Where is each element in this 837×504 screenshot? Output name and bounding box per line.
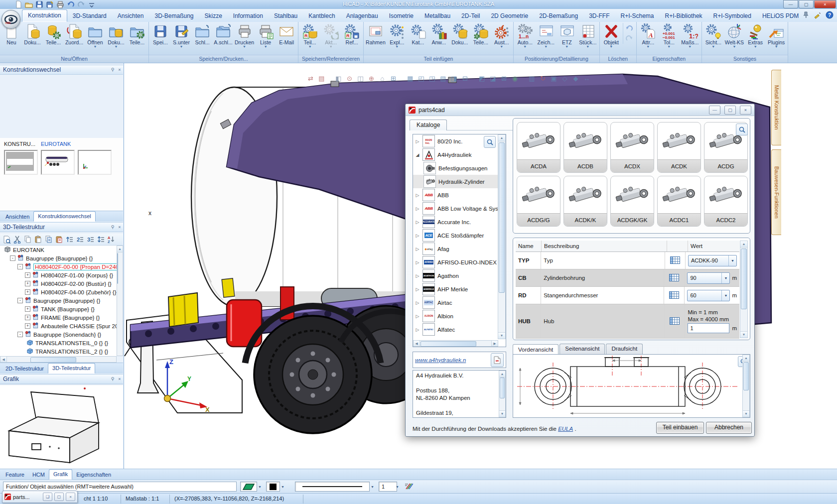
tree-node-h080402f-01-00-korpus[interactable]: +H080402F-01-00 {Korpus} {} <box>0 271 117 279</box>
tree-node-translationsteil-2[interactable]: TRANSLATIONSTEIL_2 {} {} <box>0 347 117 356</box>
plugins-button[interactable]: Plugins▼ <box>766 23 787 49</box>
catalog-item-hydraulik-zylinder[interactable]: Hydraulik-Zylinder <box>413 175 498 188</box>
ma-s-button[interactable]: 1:?Maßs...▼ <box>680 23 700 49</box>
ribbon-tab-3d-bema-ung[interactable]: 3D-Bemaßung <box>149 10 199 22</box>
paste-ref-icon[interactable] <box>54 235 64 244</box>
application-menu-button[interactable]: ISD <box>1 10 20 29</box>
tree-vertical-scrollbar[interactable]: ▲ <box>117 246 123 356</box>
pin-icon[interactable]: ⚲ <box>109 67 116 72</box>
sicht-button[interactable]: Sicht...▼ <box>703 23 724 49</box>
insert-part-button[interactable]: Teil einbauen <box>656 422 704 434</box>
tree-node-frame-baugruppe[interactable]: +FRAME {Baugruppe} {} <box>0 313 117 322</box>
active-color-swatch[interactable] <box>240 482 257 492</box>
maximize-icon[interactable]: ▢ <box>54 493 64 501</box>
layers-icon[interactable] <box>405 482 413 492</box>
add-view-icon[interactable]: ⊕ <box>367 74 376 83</box>
part-card-acdc1[interactable]: ACDC1 <box>657 176 701 227</box>
target-icon[interactable]: ⊙ <box>345 74 354 83</box>
s-unter-button[interactable]: S.unter▼ <box>171 23 192 49</box>
ribbon-tab-2d-teil[interactable]: 2D-Teil <box>456 10 485 22</box>
clip-view-icon[interactable]: ◧ <box>334 74 343 83</box>
expand-icon[interactable]: ▷ <box>415 139 420 144</box>
close-icon[interactable]: × <box>66 493 75 501</box>
tree-node-tank-baugruppe[interactable]: +TANK {Baugruppe} {} <box>0 305 117 313</box>
tree-node-h080402f-02-00-bust-r[interactable]: +H080402F-02-00 {Bustür} {} <box>0 279 117 288</box>
collapse-icon[interactable]: - <box>17 332 23 337</box>
sheet-thumbnail-konstru[interactable] <box>4 150 38 175</box>
collapse-view-icon[interactable]: ⊟ <box>461 74 469 83</box>
grid-view-icon[interactable]: ⊞ <box>389 74 398 83</box>
schl-button[interactable]: Schl... <box>192 23 213 46</box>
expand-icon[interactable]: + <box>25 289 30 295</box>
line-style-dropdown-arrow[interactable]: ▼ <box>369 482 376 492</box>
expand-icon[interactable]: ▷ <box>415 233 420 238</box>
collapse-icon[interactable]: - <box>17 264 23 269</box>
half-view-icon[interactable]: ◨ <box>450 74 458 83</box>
drucken-button[interactable]: Drucken▼ <box>234 23 255 49</box>
zeich-button[interactable]: Zeich...▼ <box>536 23 557 49</box>
expand-icon[interactable]: ▷ <box>415 287 420 292</box>
pin-icon[interactable]: ⚲ <box>109 225 116 230</box>
zuord-button[interactable]: Zuord... <box>64 23 85 46</box>
part-card-acdg-g[interactable]: ACDG/G <box>517 176 560 227</box>
cut-icon[interactable] <box>12 235 22 244</box>
table-select-icon[interactable] <box>670 317 680 326</box>
pdf-download-icon[interactable]: PDF <box>491 353 504 367</box>
dialog-close-button[interactable]: × <box>740 106 751 115</box>
maximize-button[interactable]: ▢ <box>799 0 814 8</box>
expl-button[interactable]: Expl...▼ <box>387 23 408 49</box>
e-mail-button[interactable]: E-Mail <box>276 23 297 46</box>
wire-view-icon[interactable]: ◇ <box>560 74 569 83</box>
catalog-item-accurate-inc[interactable]: ▷ACCURATEAccurate Inc. <box>413 215 498 229</box>
collapse-icon[interactable]: - <box>17 298 23 303</box>
tree-node-eurotank[interactable]: EUROTANK <box>0 246 117 254</box>
zoom-fit-icon[interactable]: ⌂ <box>378 74 387 83</box>
catalog-item-abb[interactable]: ▷ABBABB <box>413 188 498 202</box>
eula-link[interactable]: EULA <box>558 426 573 432</box>
attr-button[interactable]: AAttr...▼ <box>638 23 659 49</box>
restore-icon[interactable]: ❏ <box>43 493 52 501</box>
part-card-acdk-k[interactable]: ACDK/K <box>563 176 607 227</box>
dock-tab-bauwesen-funktionen[interactable]: Bauwesen-Funktionen <box>771 149 781 235</box>
expand-icon[interactable]: ▷ <box>415 273 420 278</box>
ribbon-tab-anlagenbau[interactable]: Anlagenbau <box>341 10 384 22</box>
ribbon-tab-kantblech[interactable]: Kantblech <box>303 10 340 22</box>
catalog-item-a4hydrauliek[interactable]: ◢A4Hydrauliek <box>413 148 498 161</box>
quarter2-view-icon[interactable]: ◪ <box>489 74 497 83</box>
expand-icon[interactable]: + <box>25 281 30 286</box>
rd-value-dropdown[interactable]: 60▼ <box>687 290 730 301</box>
hub-value-input[interactable]: 1 <box>688 323 729 333</box>
undo-icon[interactable] <box>624 24 634 33</box>
command-prompt-field[interactable]: Funktion/ Objekt auswählen (RMT=weitere … <box>3 482 237 492</box>
line-color-swatch[interactable] <box>266 482 280 492</box>
line-width-dropdown-arrow[interactable]: ▼ <box>394 482 401 492</box>
search-icon[interactable] <box>484 136 496 148</box>
quarter-view-icon[interactable]: ◩ <box>478 74 486 83</box>
close-icon[interactable]: × <box>116 225 123 230</box>
panel-tab-konstruktionswechsel[interactable]: Konstruktionswechsel <box>33 211 95 222</box>
tab-kataloge[interactable]: Kataloge <box>410 120 447 130</box>
expand-up-icon[interactable] <box>65 235 74 244</box>
part-card-acdgk-gk[interactable]: ACDGK/GK <box>610 176 654 227</box>
doku-button[interactable]: Doku... <box>449 23 470 46</box>
expand-icon[interactable]: ▷ <box>415 327 420 332</box>
spei-button[interactable]: Spei... <box>150 23 171 46</box>
catalog-vertical-scrollbar[interactable]: ▲ ▼ <box>498 134 506 339</box>
table-select-icon[interactable] <box>669 274 679 282</box>
swap-views-icon[interactable]: ⇄ <box>306 74 315 83</box>
minimize-button[interactable]: — <box>783 0 798 8</box>
rahmen-button[interactable]: Rahmen <box>365 23 387 46</box>
close-icon[interactable]: × <box>116 67 123 72</box>
dialog-maximize-button[interactable]: ▢ <box>724 106 736 115</box>
cb-value-dropdown[interactable]: 90▼ <box>687 272 730 284</box>
expand-icon[interactable]: + <box>25 272 30 278</box>
parameter-table-scrollbar[interactable]: ▲ ▼ <box>740 241 748 338</box>
ribbon-tab-r-i-bibliothek[interactable]: R+I-Bibliothek <box>660 10 708 22</box>
view-tab-vorderansicht[interactable]: Vorderansicht <box>513 344 558 355</box>
catalog-item-albion[interactable]: ▷ALBIONAlbion <box>413 309 498 323</box>
catalog-item-afriso-euro-index-gmbh[interactable]: ▷AFRISOAFRISO-EURO-INDEX GmbH <box>413 255 498 269</box>
paste-icon[interactable] <box>33 235 43 244</box>
expand-icon[interactable]: ▷ <box>415 247 420 252</box>
doku-button[interactable]: Doku... <box>22 23 43 46</box>
expand-all-icon[interactable] <box>96 235 106 244</box>
